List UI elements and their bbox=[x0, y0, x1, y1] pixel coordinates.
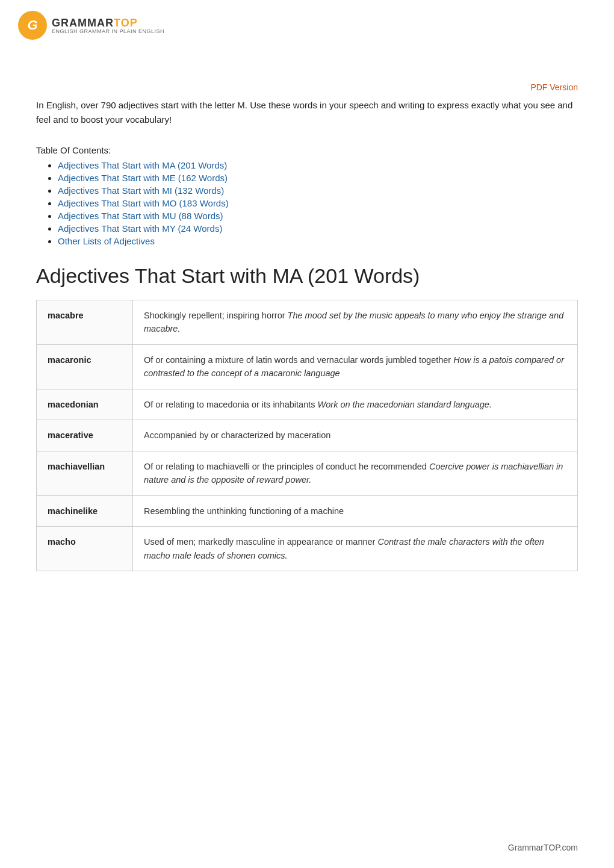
adj-def-text: Shockingly repellent; inspiring horror bbox=[144, 311, 288, 320]
toc-label: Table Of Contents: bbox=[36, 145, 578, 155]
toc-item: Adjectives That Start with MO (183 Words… bbox=[58, 198, 578, 208]
adj-definition: Accompanied by or characterized by macer… bbox=[133, 420, 578, 451]
toc-item: Adjectives That Start with MA (201 Words… bbox=[58, 160, 578, 170]
adjectives-table: macabreShockingly repellent; inspiring h… bbox=[36, 300, 578, 571]
table-of-contents: Table Of Contents: Adjectives That Start… bbox=[36, 145, 578, 246]
adj-definition: Shockingly repellent; inspiring horror T… bbox=[133, 300, 578, 345]
logo-icon: G bbox=[18, 11, 47, 40]
adj-example: Work on the macedonian standard language… bbox=[318, 400, 492, 409]
table-row: machinelikeResembling the unthinking fun… bbox=[37, 495, 578, 526]
adj-definition: Of or containing a mixture of latin word… bbox=[133, 344, 578, 389]
site-header: G GRAMMARTOP ENGLISH GRAMMAR IN PLAIN EN… bbox=[0, 0, 614, 46]
adj-def-text: Used of men; markedly masculine in appea… bbox=[144, 537, 377, 547]
table-row: macaronicOf or containing a mixture of l… bbox=[37, 344, 578, 389]
table-row: macerativeAccompanied by or characterize… bbox=[37, 420, 578, 451]
intro-paragraph: In English, over 790 adjectives start wi… bbox=[36, 98, 578, 127]
adj-def-text: Of or relating to machiavelli or the pri… bbox=[144, 462, 429, 471]
adj-word: macaronic bbox=[37, 344, 133, 389]
adj-word: machiavellian bbox=[37, 451, 133, 495]
adjectives-table-body: macabreShockingly repellent; inspiring h… bbox=[37, 300, 578, 571]
adj-definition: Of or relating to machiavelli or the pri… bbox=[133, 451, 578, 495]
adj-definition: Resembling the unthinking functioning of… bbox=[133, 495, 578, 526]
toc-link[interactable]: Adjectives That Start with MI (132 Words… bbox=[58, 185, 224, 196]
adj-word: machinelike bbox=[37, 495, 133, 526]
footer-text: GrammarTOP.com bbox=[508, 843, 578, 852]
logo-brand-accent: TOP bbox=[114, 17, 138, 29]
adj-word: macabre bbox=[37, 300, 133, 345]
pdf-version-link[interactable]: PDF Version bbox=[530, 82, 578, 92]
toc-item: Adjectives That Start with MY (24 Words) bbox=[58, 223, 578, 234]
logo-tagline: ENGLISH GRAMMAR IN PLAIN ENGLISH bbox=[52, 28, 164, 34]
pdf-link-row: PDF Version bbox=[36, 82, 578, 92]
toc-list: Adjectives That Start with MA (201 Words… bbox=[36, 160, 578, 246]
main-content: PDF Version In English, over 790 adjecti… bbox=[0, 82, 614, 631]
toc-link[interactable]: Adjectives That Start with MY (24 Words) bbox=[58, 223, 222, 234]
adj-def-text: Of or relating to macedonia or its inhab… bbox=[144, 400, 318, 409]
adj-word: macedonian bbox=[37, 389, 133, 420]
toc-item: Other Lists of Adjectives bbox=[58, 236, 578, 246]
adj-word: macerative bbox=[37, 420, 133, 451]
adj-definition: Used of men; markedly masculine in appea… bbox=[133, 527, 578, 571]
toc-link[interactable]: Adjectives That Start with ME (162 Words… bbox=[58, 173, 228, 183]
toc-item: Adjectives That Start with MU (88 Words) bbox=[58, 211, 578, 221]
section-heading: Adjectives That Start with MA (201 Words… bbox=[36, 264, 578, 288]
table-row: machiavellianOf or relating to machiavel… bbox=[37, 451, 578, 495]
toc-link[interactable]: Other Lists of Adjectives bbox=[58, 236, 155, 246]
adj-word: macho bbox=[37, 527, 133, 571]
toc-item: Adjectives That Start with ME (162 Words… bbox=[58, 173, 578, 183]
logo-text-block: GRAMMARTOP ENGLISH GRAMMAR IN PLAIN ENGL… bbox=[52, 17, 164, 34]
footer: GrammarTOP.com bbox=[472, 833, 614, 862]
toc-item: Adjectives That Start with MI (132 Words… bbox=[58, 185, 578, 196]
table-row: macabreShockingly repellent; inspiring h… bbox=[37, 300, 578, 345]
toc-link[interactable]: Adjectives That Start with MO (183 Words… bbox=[58, 198, 229, 208]
adj-def-text: Of or containing a mixture of latin word… bbox=[144, 355, 453, 365]
logo[interactable]: G GRAMMARTOP ENGLISH GRAMMAR IN PLAIN EN… bbox=[18, 11, 164, 40]
toc-link[interactable]: Adjectives That Start with MU (88 Words) bbox=[58, 211, 223, 221]
logo-brand-main: GRAMMAR bbox=[52, 17, 114, 29]
adj-definition: Of or relating to macedonia or its inhab… bbox=[133, 389, 578, 420]
toc-link[interactable]: Adjectives That Start with MA (201 Words… bbox=[58, 160, 227, 170]
table-row: machoUsed of men; markedly masculine in … bbox=[37, 527, 578, 571]
table-row: macedonianOf or relating to macedonia or… bbox=[37, 389, 578, 420]
